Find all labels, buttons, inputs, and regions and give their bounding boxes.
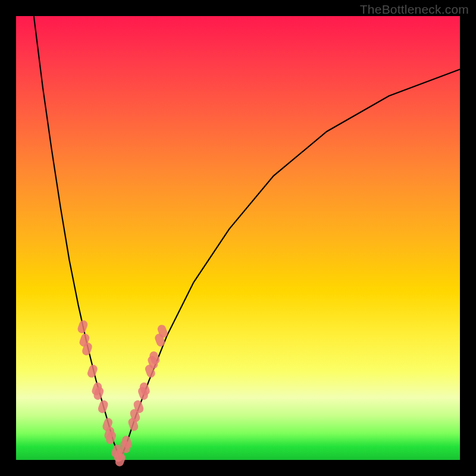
watermark-text: TheBottleneck.com [360, 2, 469, 17]
plot-area [16, 16, 460, 460]
outer-frame: TheBottleneck.com [0, 0, 476, 476]
chart-svg [16, 16, 460, 460]
data-dot [97, 399, 109, 414]
data-dot [86, 364, 99, 378]
curve-right-branch [120, 70, 460, 461]
data-dot [77, 319, 89, 334]
curve-left-branch [34, 16, 121, 460]
